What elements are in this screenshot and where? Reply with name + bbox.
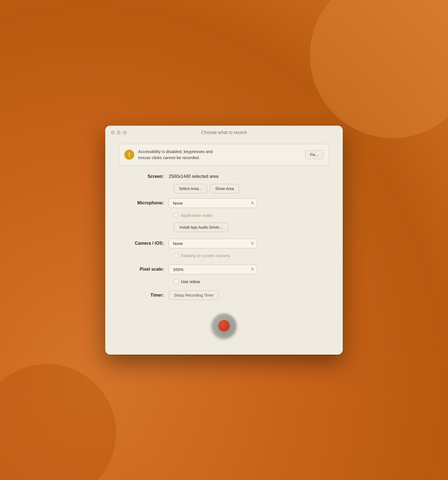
use-retina-label: Use retina	[181, 279, 200, 284]
use-retina-checkbox[interactable]	[174, 279, 178, 284]
record-dot	[218, 320, 230, 331]
select-area-button[interactable]: Select Area...	[174, 184, 207, 193]
microphone-row: Microphone: None Built-in Microphone Ext…	[119, 198, 329, 208]
camera-select-wrapper: None FaceTime HD Camera iPhone Camera ⇅	[169, 239, 257, 248]
accessibility-warning-banner: ! Accessibility is disabled; keypresses …	[119, 144, 329, 166]
floating-camera-checkbox[interactable]	[174, 253, 178, 258]
microphone-select[interactable]: None Built-in Microphone External Microp…	[169, 198, 257, 208]
camera-select[interactable]: None FaceTime HD Camera iPhone Camera	[169, 239, 257, 248]
titlebar: Choose what to record	[105, 126, 343, 138]
pixel-scale-label: Pixel scale:	[119, 267, 169, 272]
application-audio-checkbox[interactable]	[174, 213, 178, 217]
timer-label: Timer:	[119, 293, 169, 298]
main-window: Choose what to record ! Accessibility is…	[105, 126, 343, 355]
maximize-button[interactable]	[123, 131, 127, 134]
floating-camera-label: Floating on screen camera	[181, 253, 230, 258]
warning-icon: !	[124, 150, 134, 160]
record-button-container	[119, 313, 329, 338]
recording-form: Screen: 2560x1440 selected area Select A…	[119, 174, 329, 305]
use-retina-row: Use retina	[119, 279, 329, 284]
show-area-button[interactable]: Show Area	[210, 184, 239, 193]
minimize-button[interactable]	[117, 131, 121, 134]
timer-row: Timer: Setup Recording Timer	[119, 291, 329, 300]
pixel-scale-row: Pixel scale: 100% 50% 75% 200% ⇅	[119, 265, 329, 274]
screen-label: Screen:	[119, 174, 169, 179]
warning-message: Accessibility is disabled; keypresses an…	[138, 149, 301, 161]
screen-row: Screen: 2560x1440 selected area	[119, 174, 329, 179]
application-audio-row: Application audio	[119, 213, 329, 218]
record-button[interactable]	[212, 313, 236, 338]
microphone-label: Microphone:	[119, 201, 169, 205]
fix-button[interactable]: Fix...	[305, 150, 324, 159]
pixel-scale-select-wrapper: 100% 50% 75% 200% ⇅	[169, 265, 257, 274]
floating-camera-row: Floating on screen camera	[119, 253, 329, 258]
camera-row: Camera / iOS: None FaceTime HD Camera iP…	[119, 239, 329, 248]
traffic-lights	[111, 131, 127, 134]
install-audio-driver-button[interactable]: Install App Audio Driver...	[174, 223, 228, 232]
application-audio-label: Application audio	[181, 213, 212, 218]
window-title: Choose what to record	[201, 130, 247, 135]
content-area: ! Accessibility is disabled; keypresses …	[105, 138, 343, 355]
microphone-select-wrapper: None Built-in Microphone External Microp…	[169, 198, 257, 208]
close-button[interactable]	[111, 131, 115, 134]
camera-label: Camera / iOS:	[119, 241, 169, 246]
setup-timer-button[interactable]: Setup Recording Timer	[169, 291, 219, 300]
area-buttons-row: Select Area... Show Area	[119, 184, 329, 193]
pixel-scale-select[interactable]: 100% 50% 75% 200%	[169, 265, 257, 274]
screen-value: 2560x1440 selected area	[169, 174, 218, 179]
install-audio-row: Install App Audio Driver...	[119, 223, 329, 232]
